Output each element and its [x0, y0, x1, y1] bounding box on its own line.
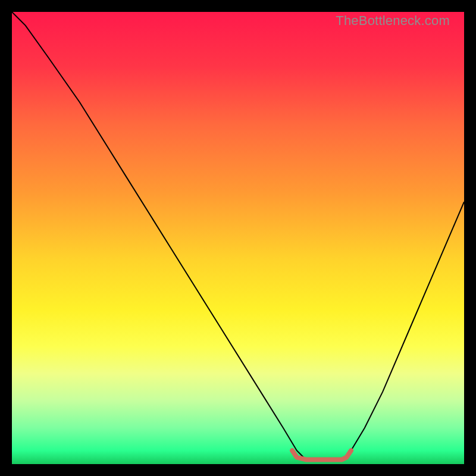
chart-canvas	[12, 12, 464, 464]
chart-frame: TheBottleneck.com	[12, 12, 464, 464]
watermark-text: TheBottleneck.com	[336, 13, 450, 29]
background-gradient	[12, 12, 464, 464]
